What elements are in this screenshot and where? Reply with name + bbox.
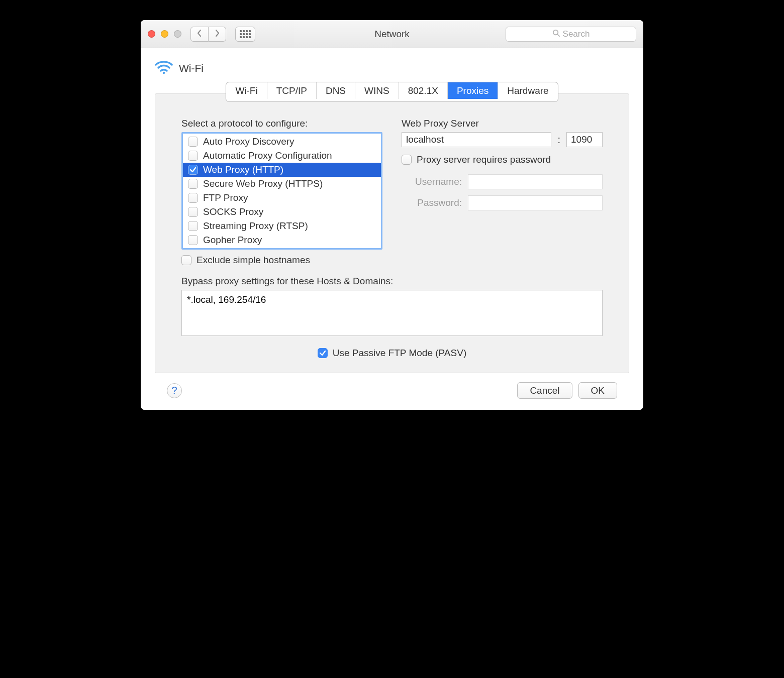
protocol-label: FTP Proxy: [203, 192, 248, 203]
search-field[interactable]: Search: [506, 27, 636, 42]
password-label: Password:: [402, 197, 462, 208]
cancel-button[interactable]: Cancel: [517, 382, 572, 399]
protocol-row[interactable]: Secure Web Proxy (HTTPS): [183, 177, 381, 191]
protocol-label: Automatic Proxy Configuration: [203, 150, 332, 161]
back-button[interactable]: [190, 27, 209, 42]
window-body: Wi-Fi Wi-FiTCP/IPDNSWINS802.1XProxiesHar…: [141, 48, 643, 410]
exclude-simple-label: Exclude simple hostnames: [197, 255, 310, 266]
protocol-label: SOCKS Proxy: [203, 206, 263, 217]
protocol-list[interactable]: Auto Proxy DiscoveryAutomatic Proxy Conf…: [181, 132, 382, 250]
tab-proxies[interactable]: Proxies: [448, 82, 498, 99]
protocol-label: Streaming Proxy (RTSP): [203, 220, 308, 232]
proxy-server-heading: Web Proxy Server: [402, 118, 603, 129]
tab-dns[interactable]: DNS: [317, 82, 355, 99]
username-label: Username:: [402, 176, 462, 187]
requires-password-checkbox[interactable]: [402, 155, 412, 165]
protocol-label: Web Proxy (HTTP): [203, 164, 283, 175]
dialog-footer: ? Cancel OK: [155, 373, 629, 410]
wifi-icon: [155, 59, 173, 77]
cancel-button-label: Cancel: [530, 385, 559, 396]
exclude-simple-checkbox[interactable]: [181, 255, 191, 265]
svg-point-2: [163, 72, 165, 74]
minimize-window-button[interactable]: [161, 30, 168, 38]
host-port-separator: :: [556, 134, 561, 146]
tab-wi-fi[interactable]: Wi-Fi: [226, 82, 267, 99]
search-icon: [552, 29, 560, 39]
window-controls: [148, 30, 181, 38]
nav-buttons: [190, 27, 226, 42]
search-placeholder: Search: [563, 29, 590, 39]
protocol-row[interactable]: Auto Proxy Discovery: [183, 135, 381, 149]
show-all-button[interactable]: [235, 27, 255, 42]
protocol-label: Auto Proxy Discovery: [203, 136, 295, 147]
proxy-host-input[interactable]: [402, 132, 551, 147]
tab-tcp-ip[interactable]: TCP/IP: [267, 82, 317, 99]
proxies-panel: Select a protocol to configure: Auto Pro…: [155, 93, 629, 373]
ok-button-label: OK: [591, 385, 605, 396]
protocol-checkbox[interactable]: [188, 137, 198, 147]
grid-icon: [240, 30, 251, 38]
help-icon: ?: [171, 385, 177, 396]
proxy-port-input[interactable]: [566, 132, 603, 147]
protocol-row[interactable]: Web Proxy (HTTP): [183, 163, 381, 177]
chevron-right-icon: [215, 29, 220, 39]
protocol-row[interactable]: Gopher Proxy: [183, 233, 381, 247]
bypass-heading: Bypass proxy settings for these Hosts & …: [181, 276, 603, 287]
network-window: Network Search Wi-Fi Wi-FiTCP/IPDNSWINS8…: [141, 20, 643, 410]
tab-hardware[interactable]: Hardware: [498, 82, 557, 99]
username-input[interactable]: [468, 174, 603, 189]
bypass-textarea[interactable]: [181, 290, 603, 336]
passive-ftp-checkbox[interactable]: [318, 348, 328, 358]
protocol-label: Secure Web Proxy (HTTPS): [203, 178, 323, 189]
protocol-checkbox[interactable]: [188, 165, 198, 175]
password-input[interactable]: [468, 195, 603, 210]
tab-wins[interactable]: WINS: [355, 82, 399, 99]
connection-header: Wi-Fi: [155, 59, 629, 77]
tab-bar: Wi-FiTCP/IPDNSWINS802.1XProxiesHardware: [155, 82, 629, 102]
close-window-button[interactable]: [148, 30, 155, 38]
help-button[interactable]: ?: [167, 383, 182, 398]
protocol-row[interactable]: Automatic Proxy Configuration: [183, 149, 381, 163]
forward-button[interactable]: [209, 27, 226, 42]
ok-button[interactable]: OK: [578, 382, 617, 399]
protocol-checkbox[interactable]: [188, 151, 198, 161]
protocol-row[interactable]: FTP Proxy: [183, 191, 381, 205]
tab-802-1x[interactable]: 802.1X: [399, 82, 448, 99]
titlebar: Network Search: [141, 20, 643, 48]
protocol-row[interactable]: SOCKS Proxy: [183, 205, 381, 219]
chevron-left-icon: [197, 29, 202, 39]
protocol-checkbox[interactable]: [188, 193, 198, 203]
zoom-window-button[interactable]: [174, 30, 181, 38]
protocol-checkbox[interactable]: [188, 207, 198, 217]
connection-name: Wi-Fi: [179, 62, 204, 74]
protocol-row[interactable]: Streaming Proxy (RTSP): [183, 219, 381, 233]
passive-ftp-label: Use Passive FTP Mode (PASV): [333, 348, 466, 359]
protocol-checkbox[interactable]: [188, 179, 198, 189]
requires-password-label: Proxy server requires password: [417, 154, 551, 165]
protocol-heading: Select a protocol to configure:: [181, 118, 382, 129]
protocol-checkbox[interactable]: [188, 235, 198, 245]
protocol-checkbox[interactable]: [188, 221, 198, 231]
svg-line-1: [557, 34, 559, 36]
protocol-label: Gopher Proxy: [203, 235, 262, 246]
